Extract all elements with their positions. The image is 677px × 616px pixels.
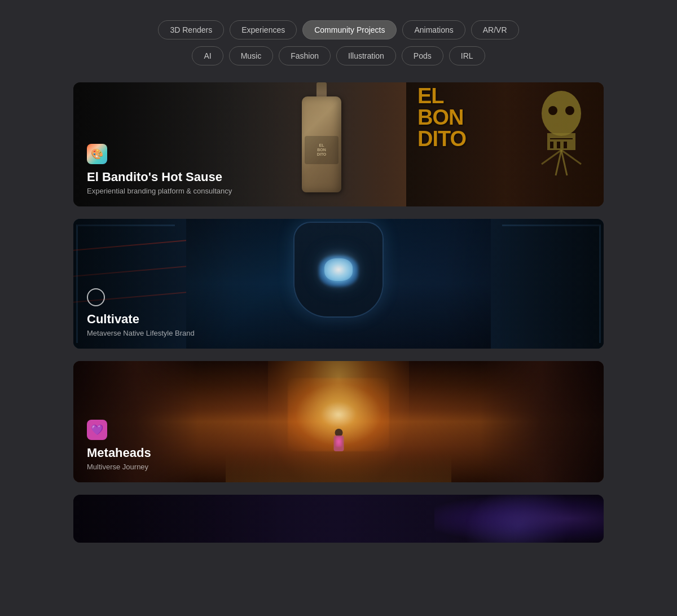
nav-pill-3d-renders[interactable]: 3D Renders: [158, 20, 224, 39]
card-subtitle-metaheads: Multiverse Journey: [87, 463, 590, 471]
card-content-cultivate: Cultivate Metaverse Native Lifestyle Bra…: [73, 277, 604, 349]
card-content-el-bandito: 🎨 El Bandito's Hot Sause Experiential br…: [73, 133, 604, 206]
nav-pill-music[interactable]: Music: [229, 46, 274, 65]
card-title-cultivate: Cultivate: [87, 312, 590, 327]
nav-pill-animations[interactable]: Animations: [402, 20, 465, 39]
card-title-metaheads: Metaheads: [87, 446, 590, 460]
card-subtitle-el-bandito: Experiential branding platform & consult…: [87, 187, 590, 195]
project-card-metaheads[interactable]: 💜 Metaheads Multiverse Journey: [73, 361, 604, 482]
card-subtitle-cultivate: Metaverse Native Lifestyle Brand: [87, 329, 590, 337]
nav-pill-ar-vr[interactable]: AR/VR: [471, 20, 519, 39]
project-card-cultivate[interactable]: Cultivate Metaverse Native Lifestyle Bra…: [73, 219, 604, 349]
nav-pill-illustration[interactable]: Illustration: [336, 46, 396, 65]
nav-pill-ai[interactable]: AI: [192, 46, 223, 65]
card-icon-metaheads: 💜: [87, 420, 107, 440]
card-content-metaheads: 💜 Metaheads Multiverse Journey: [73, 408, 604, 482]
project-card-el-bandito[interactable]: ELBONDITO ELBONDITO: [73, 82, 604, 206]
card-icon-el-bandito: 🎨: [87, 144, 107, 164]
nav-row-2: AI Music Fashion Illustration Pods IRL: [192, 46, 485, 65]
nav-pill-pods[interactable]: Pods: [402, 46, 443, 65]
nav-pill-fashion[interactable]: Fashion: [279, 46, 331, 65]
card-icon-cultivate: [87, 288, 105, 306]
project-card-4[interactable]: [73, 495, 604, 543]
nav-row-1: 3D Renders Experiences Community Project…: [158, 20, 518, 39]
nav-section: 3D Renders Experiences Community Project…: [0, 11, 677, 82]
nav-pill-experiences[interactable]: Experiences: [230, 20, 297, 39]
nav-pill-irl[interactable]: IRL: [449, 46, 485, 65]
card-title-el-bandito: El Bandito's Hot Sause: [87, 170, 590, 184]
content-area: ELBONDITO ELBONDITO: [62, 82, 615, 543]
nav-pill-community-projects[interactable]: Community Projects: [302, 20, 397, 39]
